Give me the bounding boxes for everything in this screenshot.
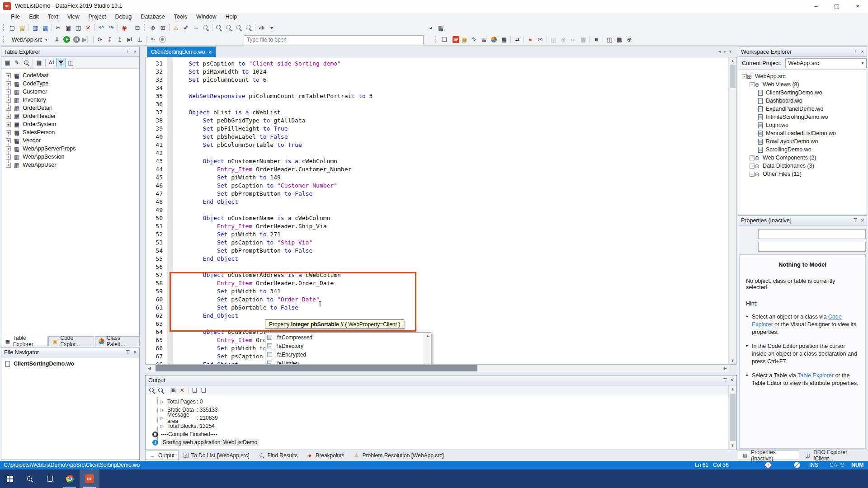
collapse-icon[interactable]: - [742, 74, 747, 79]
web-admin-icon[interactable]: ⊕ [558, 35, 568, 45]
pin-icon[interactable]: ⊤ [126, 49, 130, 54]
expand-icon[interactable]: + [6, 138, 11, 143]
output-scrollbar[interactable]: ▲ ▼ [728, 385, 736, 449]
table-row[interactable]: +▦Vendor [1, 136, 139, 145]
output-stat-row[interactable]: ▷Total Blocks: 13254 [146, 422, 728, 430]
chrome-taskbar-button[interactable] [60, 469, 80, 488]
close-icon[interactable]: × [134, 350, 137, 355]
output-stat-row[interactable]: ▷Static Data: 335133 [146, 406, 728, 414]
table-row[interactable]: +▦SalesPerson [1, 128, 139, 136]
menu-text[interactable]: Text [43, 12, 63, 21]
save-icon[interactable]: ▥ [30, 23, 40, 33]
table-lookup-icon[interactable]: ▦ [499, 35, 509, 45]
find-next-icon[interactable] [147, 386, 156, 395]
menu-view[interactable]: View [63, 12, 84, 21]
task-view-button[interactable] [40, 469, 60, 488]
workspace-file[interactable]: ClientSortingDemo.wo [738, 89, 867, 97]
tab-table-explorer[interactable]: ▦Table Explorer [1, 336, 47, 346]
filter-icon[interactable] [57, 58, 66, 67]
call-stack-icon[interactable]: ∿ [148, 35, 158, 45]
export-icon[interactable]: → [191, 23, 201, 33]
new-file-icon[interactable]: ▢ [7, 23, 17, 33]
pin-icon[interactable]: ⊤ [723, 378, 727, 383]
autocomplete-scrollbar[interactable]: ▲ ▼ [424, 333, 431, 365]
workspace-file[interactable]: ManualLoadedListDemo.wo [738, 129, 867, 137]
menu-help[interactable]: Help [221, 12, 241, 21]
workspace-file[interactable]: ExpandPanelDemo.wo [738, 105, 867, 113]
start-button[interactable] [0, 469, 20, 488]
close-icon[interactable]: × [861, 49, 864, 54]
autocomplete-item[interactable]: faCompressed [265, 333, 424, 342]
find-prev-icon[interactable] [224, 23, 234, 33]
expand-icon[interactable]: + [6, 130, 11, 135]
cut-icon[interactable]: ✂ [53, 23, 63, 33]
workspace-file[interactable]: RowLayoutDemo.wo [738, 137, 867, 145]
compile-report-icon[interactable]: ◕ [426, 23, 436, 33]
table-tools-icon[interactable]: ▦ [34, 58, 44, 67]
print-icon[interactable]: ⊟ [132, 23, 142, 33]
pin-icon[interactable]: ⊥ [135, 35, 145, 45]
table-row[interactable]: +▦Inventory [1, 96, 139, 104]
expand-icon[interactable]: + [6, 114, 11, 119]
scroll-up-icon[interactable]: ▲ [729, 57, 736, 65]
db-connection-icon[interactable]: ◫ [66, 58, 75, 67]
table-row[interactable]: +▦Customer [1, 88, 139, 96]
scroll-right-icon[interactable]: ▶ [722, 365, 729, 372]
workspace-group[interactable]: +⊕Data Dictionaries (3) [738, 162, 867, 170]
menu-debug[interactable]: Debug [110, 12, 136, 21]
object-selector[interactable] [758, 229, 866, 239]
studio-icon[interactable]: DF [453, 36, 459, 43]
paste-icon[interactable]: ◫ [73, 23, 83, 33]
workspace-group[interactable]: +⊕Other Files (11) [738, 170, 867, 178]
compile-icon[interactable]: ⇓ [52, 35, 62, 45]
switch-source-icon[interactable]: ⇄ [512, 35, 522, 45]
scrollbar-thumb[interactable] [156, 365, 477, 371]
output-stat-row[interactable]: ▷Total Pages: 0 [146, 398, 728, 406]
minimize-button[interactable]: – [806, 0, 826, 12]
expand-arrow-icon[interactable]: ▷ [160, 399, 165, 404]
goto-web-icon[interactable]: ⊕ [148, 23, 158, 33]
expand-icon[interactable]: + [6, 146, 11, 151]
output-stat-row[interactable]: ▷Message area: 210839 [146, 414, 728, 422]
close-icon[interactable]: × [861, 218, 864, 223]
step-into-icon[interactable]: ↧ [105, 35, 115, 45]
record-macro-icon[interactable]: ◉ [119, 23, 129, 33]
find-options-icon[interactable]: ▾ [267, 23, 277, 33]
autocomplete-item[interactable]: faDirectory [265, 342, 424, 350]
file-item[interactable]: ClientSortingDemo.wo [1, 359, 139, 368]
tab-properties[interactable]: ▤Properties (Inactive) [738, 450, 799, 460]
pin-icon[interactable]: ⊤ [126, 350, 130, 355]
expand-icon[interactable]: + [6, 163, 11, 168]
scrollbar-thumb[interactable] [730, 65, 736, 88]
find-record-icon[interactable] [22, 58, 31, 67]
expand-icon[interactable]: + [750, 172, 755, 177]
find-in-files-icon[interactable] [201, 23, 211, 33]
validate-icon[interactable]: ✔ [181, 23, 191, 33]
close-icon[interactable]: × [731, 378, 734, 383]
scroll-left-icon[interactable]: ◀ [146, 365, 153, 372]
run-icon[interactable] [62, 35, 72, 45]
code-editor[interactable]: 31Set psCaption to "Client-side Sorting … [145, 57, 737, 365]
restart-icon[interactable]: ⟳ [95, 35, 105, 45]
code-list-icon[interactable]: ≣ [479, 35, 489, 45]
expand-icon[interactable]: + [6, 89, 11, 94]
workspace-root[interactable]: -⊞WebApp.src [738, 72, 867, 80]
autocomplete-item[interactable]: faHidden [265, 359, 424, 365]
scrollbar-thumb[interactable] [730, 394, 736, 441]
tab-todo-list[interactable]: ✔To Do List [WebApp.src] [179, 450, 254, 460]
stop-debug-icon[interactable] [158, 35, 168, 45]
current-project-select[interactable]: WebApp.src ▾ [785, 58, 867, 68]
error-list-icon[interactable]: ⚠ [171, 23, 181, 33]
tab-scroll-left-icon[interactable]: ◂ [718, 49, 721, 54]
find-doc-icon[interactable] [244, 23, 254, 33]
table-row[interactable]: +▦OrderHeader [1, 112, 139, 120]
table-row[interactable]: +▦WebAppUser [1, 161, 139, 169]
designer-icon[interactable]: ✎ [469, 35, 479, 45]
save-all-icon[interactable]: ▦ [40, 23, 50, 33]
tab-class-palette[interactable]: Class Palett... [95, 336, 140, 346]
copy-icon[interactable]: ▣ [63, 23, 73, 33]
output-event-row[interactable]: ----Compile Finished---- [146, 430, 728, 438]
tab-code-explorer[interactable]: ▣Code Explor... [48, 336, 94, 346]
outline-icon[interactable]: ≡ [591, 35, 601, 45]
scroll-down-icon[interactable]: ▼ [729, 357, 736, 364]
